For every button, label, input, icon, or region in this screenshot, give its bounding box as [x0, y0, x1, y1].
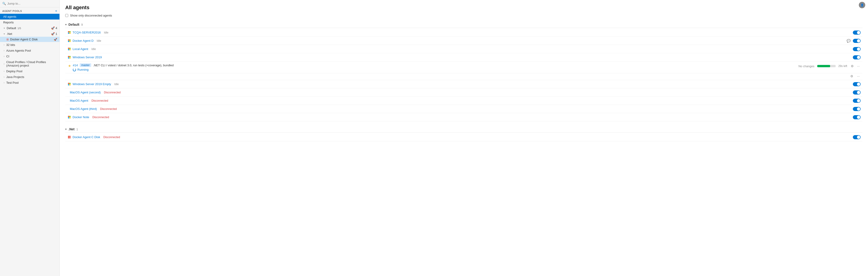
dotnet-chevron[interactable]: ▾: [3, 32, 5, 36]
toggle-tcqa[interactable]: [853, 31, 861, 35]
agent-status-docker-note: Disconnected: [92, 116, 109, 119]
avatar-icon: 👤: [861, 3, 864, 7]
build-star: ★: [68, 63, 71, 68]
toggle-docker-c[interactable]: [853, 135, 861, 139]
sidebar-item-reports[interactable]: Reports: [0, 20, 60, 25]
section-title: AGENT POOLS: [2, 10, 22, 12]
build-id[interactable]: #14: [73, 64, 78, 67]
docker-rocket-icon: 🚀: [54, 38, 57, 41]
sidebar-item-azure-agents-pool[interactable]: › Azure Agents Pool: [0, 48, 60, 54]
windows-icon-ws2019-empty: [68, 83, 71, 85]
show-disconnected-row: Show only disconnected agents: [65, 14, 863, 17]
deploy-chevron[interactable]: ›: [3, 70, 5, 73]
test-label: Test Pool: [6, 81, 19, 84]
agent-name-local[interactable]: Local Agent: [72, 47, 88, 51]
build-branch-badge: master: [80, 63, 91, 67]
toggle-docker-d[interactable]: [853, 39, 861, 43]
build-more-button[interactable]: ···: [856, 64, 861, 68]
toggle-ws2019-empty[interactable]: [853, 82, 861, 86]
32bits-chevron[interactable]: ›: [3, 43, 5, 46]
agent-name-ws2019-empty[interactable]: Windows Server 2019 Empty: [72, 82, 111, 86]
test-chevron[interactable]: ›: [3, 81, 5, 84]
agent-row-macos: MacOS Agent Disconnected: [65, 97, 863, 105]
sidebar-item-default[interactable]: ▾ Default 1/5 🚀 4: [0, 25, 60, 31]
sidebar-item-deploy-pool[interactable]: › Deploy Pool: [0, 68, 60, 74]
section-dotnet-count: 1: [76, 128, 78, 131]
sidebar-item-ci[interactable]: › CI: [0, 54, 60, 59]
user-avatar[interactable]: 👤: [859, 2, 865, 8]
toggle-macos[interactable]: [853, 99, 861, 103]
agent-status-docker-d: Idle: [97, 39, 101, 42]
docker-agent-label: Docker Agent C Disk: [10, 38, 38, 41]
no-changes: No changes: [798, 65, 814, 68]
default-rocket-count: 🚀 4: [51, 26, 57, 30]
agent-name-docker-d[interactable]: Docker Agent D: [72, 39, 93, 42]
agent-name-macos[interactable]: MacOS Agent: [70, 99, 88, 102]
ci-chevron[interactable]: ›: [3, 55, 5, 58]
agent-status-macos-second: Disconnected: [104, 91, 121, 94]
toggle-docker-note[interactable]: [853, 115, 861, 119]
section-dotnet-header[interactable]: ▾ .Net 1: [65, 126, 863, 133]
section-default-chevron[interactable]: ▾: [65, 23, 67, 26]
azure-chevron[interactable]: ›: [3, 49, 5, 52]
all-agents-label: All agents: [3, 15, 16, 19]
sidebar: 🔍 AGENT POOLS + All agents Reports ▾ Def…: [0, 0, 60, 276]
agent-name-docker-c[interactable]: Docker Agent C Disk: [72, 135, 100, 139]
time-left: 29s left: [838, 65, 847, 68]
toggle-macos-third[interactable]: [853, 107, 861, 111]
search-input[interactable]: [7, 2, 57, 5]
section-dotnet-chevron[interactable]: ▾: [65, 128, 67, 131]
azure-label: Azure Agents Pool: [6, 49, 31, 52]
show-disconnected-checkbox[interactable]: [65, 14, 68, 17]
agent-row-ws2019: Windows Server 2019: [65, 53, 863, 62]
sidebar-item-java-projects[interactable]: › Java Projects: [0, 74, 60, 80]
show-disconnected-label[interactable]: Show only disconnected agents: [70, 14, 112, 17]
build-row-14: ★ #14 master .NET CLI / vstest / dotnet …: [65, 62, 863, 73]
agent-name-docker-note[interactable]: Docker Note: [72, 115, 89, 119]
toggle-local[interactable]: [853, 47, 861, 51]
ci-label: CI: [6, 55, 9, 58]
sidebar-item-all-agents[interactable]: All agents: [0, 14, 60, 20]
default-chevron[interactable]: ▾: [3, 26, 5, 30]
windows-icon-ws2019: [68, 56, 71, 59]
agent-row-docker-d: Docker Agent D Idle 💬: [65, 37, 863, 45]
agent-row-tcqa: TCQA-SERVER2016 Idle: [65, 29, 863, 37]
sidebar-section-header: AGENT POOLS +: [0, 7, 60, 14]
agent-name-macos-third[interactable]: MacOS Agent (third): [70, 107, 97, 111]
toggle-ws2019[interactable]: [853, 55, 861, 60]
build-spinner: [73, 68, 76, 71]
agent-row-macos-third: MacOS Agent (third) Disconnected: [65, 105, 863, 113]
sidebar-item-test-pool[interactable]: › Test Pool: [0, 80, 60, 85]
build-settings-icon[interactable]: ⚙: [849, 74, 854, 78]
agent-name-ws2019[interactable]: Windows Server 2019: [72, 56, 102, 59]
docker-win-icon: ⊞: [6, 38, 9, 41]
reports-label: Reports: [3, 21, 14, 24]
progress-fill: [817, 65, 830, 67]
add-pool-button[interactable]: +: [55, 9, 57, 13]
agent-name-macos-second[interactable]: MacOS Agent (second): [70, 91, 101, 94]
cloud-chevron[interactable]: ›: [3, 62, 5, 66]
agent-status-docker-c: Disconnected: [103, 136, 120, 139]
agent-status-local: Idle: [91, 47, 96, 51]
sidebar-item-dotnet[interactable]: ▾ .Net 🚀 1: [0, 31, 60, 37]
build-right: No changes 29s left ⚙ ···: [798, 63, 861, 68]
toggle-macos-second[interactable]: [853, 91, 861, 95]
build-description: .NET CLI / vstest / dotnet 3.0, run test…: [93, 64, 174, 67]
agent-status-macos-third: Disconnected: [100, 107, 117, 111]
section-dotnet: ▾ .Net 1 Docker Agent C Disk Disconnecte…: [65, 126, 863, 141]
sidebar-item-32bits[interactable]: › 32 bits: [0, 42, 60, 48]
agent-row-local: Local Agent Idle: [65, 45, 863, 53]
build-refresh-button[interactable]: ⚙: [850, 64, 855, 68]
agent-status-macos: Disconnected: [91, 99, 108, 102]
search-bar[interactable]: 🔍: [0, 0, 60, 7]
windows-icon-docker-d: [68, 39, 71, 42]
agent-status-ws2019-empty: Idle: [114, 82, 119, 86]
section-default-name: Default: [68, 23, 79, 26]
dotnet-rocket-count: 🚀 1: [51, 32, 57, 36]
agent-name-tcqa[interactable]: TCQA-SERVER2016: [72, 31, 101, 34]
sidebar-item-docker-agent-c-disk[interactable]: ⊞ Docker Agent C Disk 🚀: [0, 37, 60, 42]
java-chevron[interactable]: ›: [3, 75, 5, 79]
build-ellipsis-button[interactable]: ···: [856, 74, 861, 78]
sidebar-item-cloud-profiles[interactable]: › Cloud Profiles / Cloud Profiles (Amazo…: [0, 59, 60, 68]
section-default-header[interactable]: ▾ Default 9: [65, 21, 863, 28]
